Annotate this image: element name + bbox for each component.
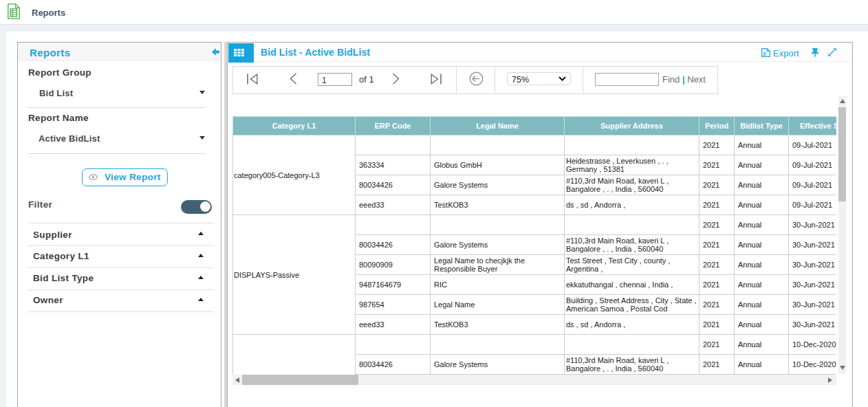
- svg-text:x: x: [763, 50, 766, 57]
